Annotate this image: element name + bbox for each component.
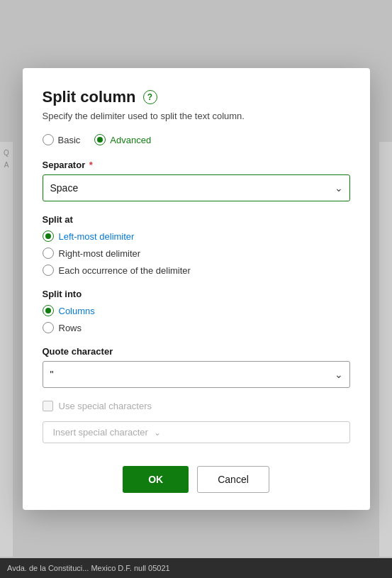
insert-special-character-chevron-icon: ⌄ (154, 428, 161, 438)
split-column-dialog: Split column ? Specify the delimiter use… (23, 68, 370, 510)
split-into-rows-text: Rows (59, 323, 82, 333)
split-at-leftmost-label[interactable]: Left-most delimiter (43, 230, 350, 242)
split-at-rightmost-text: Right-most delimiter (59, 248, 141, 259)
split-into-columns-label[interactable]: Columns (43, 305, 350, 316)
split-into-radio-group: Columns Rows (43, 305, 350, 333)
left-edge-label: Q (4, 149, 9, 157)
left-edge-panel: Q A (0, 142, 13, 557)
insert-special-character-label: Insert special character (53, 427, 148, 438)
cancel-button[interactable]: Cancel (197, 466, 269, 493)
quote-character-label: Quote character (43, 346, 350, 357)
mode-advanced-label[interactable]: Advanced (94, 134, 151, 145)
ok-button[interactable]: OK (123, 466, 189, 493)
dialog-header: Split column ? (43, 88, 350, 106)
split-at-leftmost-text: Left-most delimiter (59, 231, 135, 242)
quote-character-select[interactable]: " ' None (43, 361, 350, 388)
quote-character-select-wrapper: " ' None ⌄ (43, 361, 350, 388)
split-at-leftmost-radio[interactable] (43, 230, 54, 242)
separator-select[interactable]: Space Comma Tab Semicolon Custom (43, 174, 350, 201)
dialog-subtitle: Specify the delimiter used to split the … (43, 111, 350, 121)
split-into-columns-radio[interactable] (43, 305, 54, 316)
dialog-title: Split column (43, 88, 136, 106)
split-at-rightmost-radio[interactable] (43, 248, 54, 259)
split-into-columns-text: Columns (59, 306, 95, 316)
split-at-label: Split at (43, 214, 350, 225)
separator-label: Separator * (43, 160, 350, 170)
mode-advanced-text: Advanced (110, 135, 151, 145)
split-into-label: Split into (43, 289, 350, 299)
mode-radio-group: Basic Advanced (43, 134, 350, 145)
bottom-bar: Avda. de la Constituci... Mexico D.F. nu… (0, 558, 392, 578)
required-asterisk: * (86, 160, 93, 170)
use-special-characters-row: Use special characters (43, 401, 350, 411)
mode-advanced-radio[interactable] (94, 134, 106, 145)
split-into-rows-radio[interactable] (43, 322, 54, 333)
mode-basic-text: Basic (58, 135, 81, 145)
left-edge-label2: A (4, 161, 9, 169)
split-at-each-radio[interactable] (43, 265, 54, 276)
split-at-each-text: Each occurrence of the delimiter (59, 265, 191, 276)
split-at-radio-group: Left-most delimiter Right-most delimiter… (43, 230, 350, 276)
split-at-rightmost-label[interactable]: Right-most delimiter (43, 248, 350, 259)
separator-select-wrapper: Space Comma Tab Semicolon Custom ⌄ (43, 174, 350, 201)
dialog-footer: OK Cancel (43, 460, 350, 493)
mode-basic-radio[interactable] (43, 134, 54, 145)
mode-basic-label[interactable]: Basic (43, 134, 81, 145)
split-into-rows-label[interactable]: Rows (43, 322, 350, 333)
right-edge-panel (379, 142, 392, 557)
use-special-characters-label: Use special characters (59, 401, 152, 411)
use-special-characters-checkbox (43, 401, 53, 411)
help-icon[interactable]: ? (143, 90, 157, 104)
bottom-bar-text: Avda. de la Constituci... Mexico D.F. nu… (7, 564, 170, 572)
split-at-each-label[interactable]: Each occurrence of the delimiter (43, 265, 350, 276)
insert-special-character-button: Insert special character ⌄ (43, 421, 350, 443)
